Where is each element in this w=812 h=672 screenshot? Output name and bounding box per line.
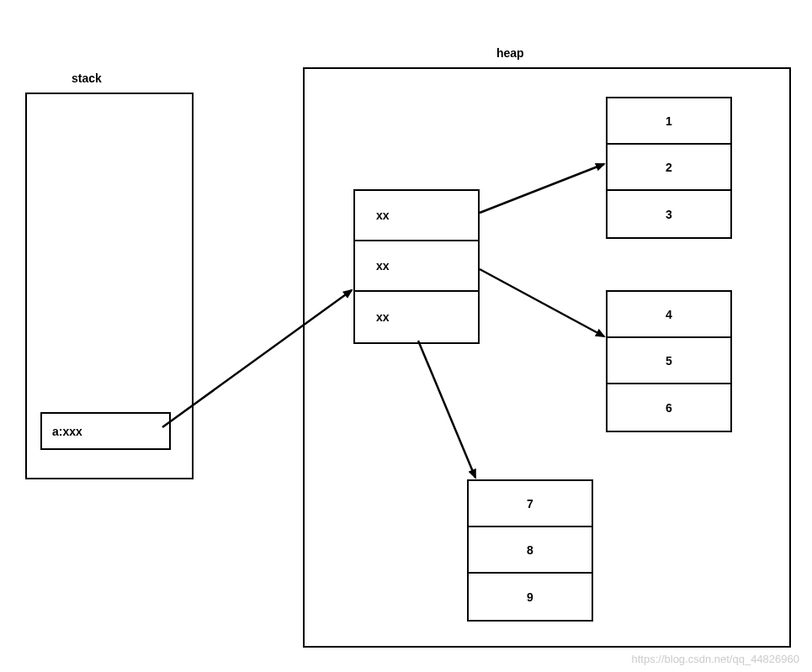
array-1-cell-1: 2 — [608, 145, 730, 191]
pointer-cell-2: xx — [355, 292, 478, 342]
array-3-cell-0: 7 — [469, 481, 592, 527]
array-3: 7 8 9 — [467, 479, 593, 622]
array-2: 4 5 6 — [606, 290, 732, 432]
pointer-array: xx xx xx — [353, 189, 480, 344]
heap-title: heap — [496, 46, 524, 60]
stack-title: stack — [72, 71, 102, 85]
array-1-cell-2: 3 — [608, 191, 730, 237]
array-3-cell-2: 9 — [469, 574, 592, 620]
array-3-cell-1: 8 — [469, 527, 592, 574]
array-1: 1 2 3 — [606, 97, 732, 239]
array-1-cell-0: 1 — [608, 98, 730, 145]
array-2-cell-2: 6 — [608, 384, 730, 431]
pointer-cell-0: xx — [355, 191, 478, 241]
array-2-cell-1: 5 — [608, 338, 730, 384]
stack-variable: a:xxx — [40, 412, 171, 450]
watermark: https://blog.csdn.net/qq_44826960 — [632, 653, 800, 665]
array-2-cell-0: 4 — [608, 292, 730, 338]
pointer-cell-1: xx — [355, 241, 478, 292]
